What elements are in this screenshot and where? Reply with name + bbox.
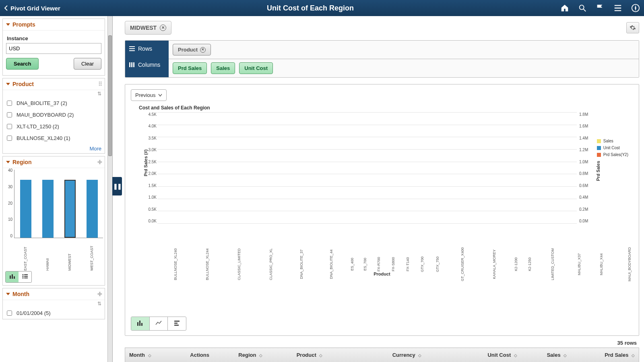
x-category-label: K2-1250 [528,257,532,271]
drag-handle-icon[interactable]: ⠿ [98,81,102,87]
svg-rect-20 [141,323,142,326]
rows-icon [129,46,135,51]
grid-column-header[interactable]: Product ◇ [293,348,388,362]
region-panel: Region ✚ 403020100 EAST_COASTHAWAIIMIDWE… [2,156,105,286]
grid-column-header[interactable]: Region ◇ [234,348,292,362]
prompts-header[interactable]: Prompts [3,19,105,31]
svg-rect-19 [139,321,140,326]
month-panel: Month ✚ ⇅ 01/01/2004 (5) [2,288,105,319]
scrollbar-thumb[interactable] [108,35,112,156]
close-icon[interactable]: ✕ [200,47,206,53]
data-grid: Month ◇Actions Region ◇Product ◇Currency… [125,348,639,362]
home-icon[interactable] [560,4,569,12]
x-category-label: DNA_BIOLITE_37 [299,249,303,279]
search-icon[interactable] [578,4,587,12]
legend-item: Unit Cost [597,146,628,150]
x-category-label: BULLNOSE_XL244 [205,248,209,280]
product-pill-label: Product [178,47,198,53]
line-chart-button[interactable] [150,317,168,330]
month-header[interactable]: Month ✚ [3,288,105,300]
measure-pill[interactable]: Sales [211,62,235,74]
filter-chip-label: MIDWEST [130,25,157,31]
columns-section[interactable]: Columns [125,57,169,73]
grid-column-header[interactable]: Currency ◇ [388,348,454,362]
region-bar-label: MIDWEST [68,266,72,271]
svg-rect-22 [174,323,178,324]
svg-point-6 [23,274,24,276]
x-category-label: GT_CRUISER_X400 [460,247,464,281]
x-category-label: MALIBU_X44 [599,253,603,276]
product-facet-item[interactable]: MAUI_BODYBOARD (2) [3,109,105,121]
product-facet-item[interactable]: DNA_BIOLITE_37 (2) [3,97,105,109]
back-button[interactable]: Pivot Grid Viewer [4,5,60,12]
svg-rect-4 [12,274,13,279]
drag-handle-icon[interactable]: ✚ [97,159,102,165]
region-view-toggle[interactable] [5,271,32,283]
back-label: Pivot Grid Viewer [10,5,60,12]
sort-icon[interactable]: ⇅ [3,90,105,97]
x-category-label: K2-1200 [514,257,518,271]
filter-chip-midwest[interactable]: MIDWEST ✕ [125,21,171,35]
region-header[interactable]: Region ✚ [3,156,105,168]
measure-pill[interactable]: Unit Cost [239,62,273,74]
checkbox[interactable] [7,124,12,129]
grid-column-header[interactable]: Month ◇ [125,348,186,362]
checkbox[interactable] [7,112,12,117]
region-bar[interactable] [42,180,54,238]
flag-icon[interactable] [596,4,605,12]
product-pill[interactable]: Product ✕ [173,44,211,56]
month-facet-item[interactable]: 01/01/2004 (5) [3,307,105,319]
region-bar[interactable] [64,180,76,238]
x-category-label: LIMITED_CUSTOM [550,248,554,280]
x-category-label: FX-T140 [405,257,409,271]
main-chart[interactable]: 4.5K4.0K3.5K3.0K2.5K2.0K1.5K1.0K0.5K0.0K… [147,112,577,233]
product-facet-item[interactable]: BULLNOSE_XL240 (1) [3,132,105,144]
product-facet-item[interactable]: XLT-LTD_1250 (2) [3,121,105,132]
rows-label: Rows [138,45,152,52]
app-header: Pivot Grid Viewer Unit Cost of Each Regi… [0,0,644,16]
svg-rect-9 [24,276,28,277]
hbar-chart-button[interactable] [168,317,186,330]
previous-button[interactable]: Previous [131,89,167,101]
grid-column-header[interactable]: Unit Cost ◇ [454,348,521,362]
checkbox[interactable] [7,311,12,316]
checkbox[interactable] [7,136,12,141]
search-button[interactable]: Search [6,58,39,70]
sort-icon[interactable]: ⇅ [3,300,105,307]
checkbox[interactable] [7,101,12,106]
list-view-icon[interactable] [19,272,31,282]
compass-icon[interactable] [631,4,640,12]
measure-pill[interactable]: Prd Sales [173,62,207,74]
menu-icon[interactable] [613,4,622,12]
rows-section[interactable]: Rows [125,41,169,57]
drag-handle-icon[interactable]: ✚ [97,291,102,297]
svg-rect-3 [10,276,11,279]
clear-button[interactable]: Clear [74,58,101,70]
x-category-label: FX-S800 [391,257,395,272]
region-bar[interactable] [20,180,31,238]
instance-input[interactable] [6,43,101,54]
bar-view-icon[interactable] [6,272,19,282]
grid-column-header[interactable]: Actions [186,348,234,362]
grid-column-header[interactable]: Sales ◇ [521,348,571,362]
product-more-link[interactable]: More [3,144,105,153]
sidebar-scrollbar[interactable] [107,16,112,362]
grid-column-header[interactable]: Prd Sales ◇ [571,348,639,362]
region-mini-chart[interactable]: 403020100 EAST_COASTHAWAIIMIDWESTWEST_CO… [3,168,105,249]
svg-rect-17 [133,62,134,67]
month-title: Month [12,291,29,297]
x-category-label: GTX_750 [436,257,440,272]
header-icons [560,4,640,12]
product-header[interactable]: Product ⠿ [3,78,105,90]
region-bar[interactable] [87,180,98,238]
prompts-panel: Prompts Instance Search Clear [2,19,105,76]
x-category-label: CLASSIC_LIMITED [237,248,241,280]
svg-rect-7 [24,274,28,275]
main-content: MIDWEST ✕ Rows Columns [113,16,644,362]
x-category-label: MALIBU_X37 [577,253,581,276]
settings-button[interactable] [626,22,639,33]
close-icon[interactable]: ✕ [160,25,166,31]
bar-chart-button[interactable] [131,317,150,330]
svg-line-1 [584,9,586,12]
chart-card: Previous Cost and Sales of Each Region 4… [125,84,639,336]
